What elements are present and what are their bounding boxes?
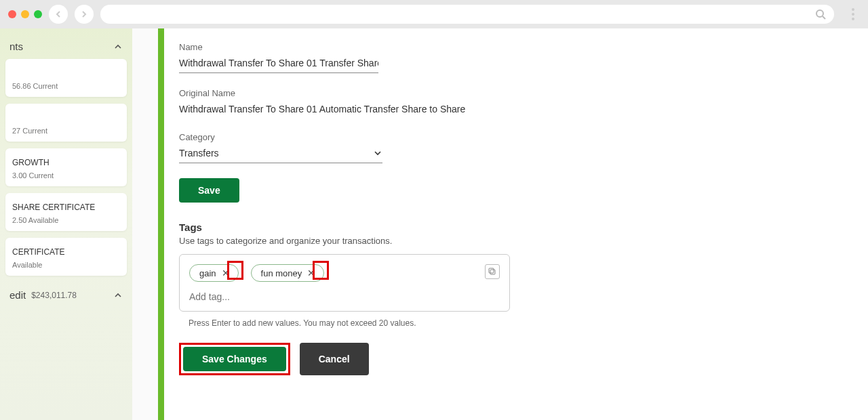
svg-point-0: [816, 10, 823, 17]
original-name-value: Withdrawal Transfer To Share 01 Automati…: [179, 101, 559, 117]
account-name: [12, 68, 120, 78]
account-card[interactable]: GROWTH 3.00 Current: [5, 148, 127, 186]
tag-remove-icon[interactable]: ✕: [220, 268, 231, 278]
original-name-field: Original Name Withdrawal Transfer To Sha…: [179, 88, 559, 117]
add-tag-input[interactable]: [189, 291, 500, 302]
account-balance: 27 Current: [12, 127, 120, 135]
window-close-icon[interactable]: [8, 10, 16, 18]
window-min-icon[interactable]: [21, 10, 29, 18]
svg-rect-3: [489, 268, 494, 273]
chevron-up-icon: [113, 291, 123, 300]
highlight-box: Save Changes: [179, 343, 290, 375]
tags-box: gain ✕ fun money ✕: [179, 254, 510, 312]
tag-remove-icon[interactable]: ✕: [306, 268, 317, 278]
account-card[interactable]: 56.86 Current: [5, 59, 127, 97]
tags-section: Tags Use tags to categorize and organize…: [179, 222, 559, 328]
forward-button[interactable]: [75, 5, 94, 24]
account-balance: 3.00 Current: [12, 171, 120, 180]
name-field: Name: [179, 42, 559, 73]
form-actions: Save Changes Cancel: [179, 343, 848, 375]
cancel-button[interactable]: Cancel: [300, 343, 369, 375]
category-field: Category Transfers: [179, 132, 559, 163]
category-value: Transfers: [179, 148, 219, 159]
account-name: [12, 113, 120, 123]
browser-chrome: [0, 0, 868, 28]
account-card[interactable]: SHARE CERTIFICATE 2.50 Available: [5, 193, 127, 231]
account-card[interactable]: 27 Current: [5, 104, 127, 142]
window-max-icon[interactable]: [34, 10, 42, 18]
category-label: Category: [179, 132, 559, 142]
scroll-gutter: [132, 28, 158, 420]
address-bar[interactable]: [100, 5, 834, 24]
sidebar-section-header[interactable]: nts: [5, 35, 127, 59]
tags-heading: Tags: [179, 222, 559, 233]
sidebar-credit-section[interactable]: edit $243,011.78: [5, 282, 127, 301]
copy-icon[interactable]: [485, 264, 500, 279]
chevron-down-icon: [373, 148, 382, 158]
window-controls: [8, 10, 42, 18]
account-name: SHARE CERTIFICATE: [12, 203, 120, 212]
credit-amount: $243,011.78: [31, 291, 77, 300]
name-input[interactable]: [179, 55, 378, 73]
name-label: Name: [179, 42, 559, 52]
account-name: GROWTH: [12, 158, 120, 167]
accent-bar: [158, 28, 164, 420]
svg-rect-2: [490, 270, 495, 274]
search-icon: [815, 9, 826, 20]
tags-description: Use tags to categorize and organize your…: [179, 236, 559, 246]
back-button[interactable]: [49, 5, 68, 24]
svg-line-1: [823, 16, 825, 19]
account-card[interactable]: CERTIFICATE Available: [5, 238, 127, 276]
tag-label: fun money: [261, 268, 302, 278]
credit-label: edit: [9, 289, 26, 301]
original-name-label: Original Name: [179, 88, 559, 98]
account-balance: Available: [12, 261, 120, 269]
sidebar-section-title: nts: [9, 41, 23, 52]
account-balance: 56.86 Current: [12, 82, 120, 90]
category-select[interactable]: Transfers: [179, 145, 382, 163]
tag-chip: fun money ✕: [251, 264, 325, 282]
account-name: CERTIFICATE: [12, 247, 120, 257]
kebab-menu[interactable]: [846, 8, 860, 20]
chevron-up-icon: [113, 42, 123, 51]
transaction-edit-form: Name Original Name Withdrawal Transfer T…: [164, 28, 868, 420]
tags-hint: Press Enter to add new values. You may n…: [189, 318, 559, 328]
save-changes-button[interactable]: Save Changes: [183, 347, 286, 371]
tag-label: gain: [199, 268, 216, 278]
account-balance: 2.50 Available: [12, 216, 120, 224]
sidebar: nts 56.86 Current 27 Current GROWTH 3.00…: [0, 28, 132, 420]
save-button[interactable]: Save: [179, 178, 239, 203]
tag-chip: gain ✕: [189, 264, 239, 282]
